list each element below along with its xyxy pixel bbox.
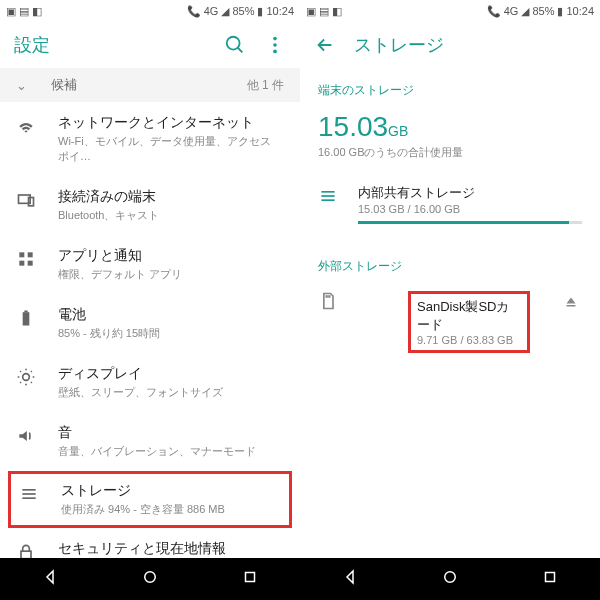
- status-bar: ▣▤◧ 📞4G◢ 85%▮ 10:24: [0, 0, 300, 22]
- storage-content: 端末のストレージ 15.03GB 16.00 GBのうちの合計使用量 内部共有ス…: [300, 68, 600, 558]
- nav-back[interactable]: [41, 568, 59, 590]
- svg-rect-27: [546, 573, 555, 582]
- svg-point-13: [23, 374, 30, 381]
- row-sd[interactable]: SanDisk製SDカード 9.71 GB / 63.83 GB: [300, 283, 600, 361]
- nav-back[interactable]: [341, 568, 359, 590]
- used-sub: 16.00 GBのうちの合計使用量: [300, 143, 600, 174]
- settings-list: ネットワークとインターネットWi-Fi、モバイル、データ使用量、アクセス ポイ……: [0, 102, 300, 558]
- apps-icon: [16, 249, 36, 269]
- section-device: 端末のストレージ: [300, 68, 600, 107]
- svg-point-26: [445, 572, 456, 583]
- svg-rect-7: [19, 252, 24, 257]
- used-total: 15.03GB: [300, 107, 600, 143]
- svg-rect-8: [28, 252, 33, 257]
- section-external: 外部ストレージ: [300, 244, 600, 283]
- battery-icon: [16, 308, 36, 328]
- internal-progress: [358, 221, 582, 224]
- settings-screen: ▣▤◧ 📞4G◢ 85%▮ 10:24 設定 ⌄ 候補 他 1 件 ネットワーク…: [0, 0, 300, 600]
- svg-rect-9: [19, 261, 24, 266]
- row-apps[interactable]: アプリと通知権限、デフォルト アプリ: [0, 235, 300, 294]
- nav-home[interactable]: [441, 568, 459, 590]
- brightness-icon: [16, 367, 36, 387]
- row-internal[interactable]: 内部共有ストレージ 15.03 GB / 16.00 GB: [300, 174, 600, 234]
- svg-point-3: [273, 43, 277, 47]
- svg-point-18: [145, 572, 156, 583]
- nav-bar: [0, 558, 300, 600]
- app-bar: ストレージ: [300, 22, 600, 68]
- row-display[interactable]: ディスプレイ壁紙、スリープ、フォントサイズ: [0, 353, 300, 412]
- storage-screen: ▣▤◧ 📞4G◢ 85%▮ 10:24 ストレージ 端末のストレージ 15.03…: [300, 0, 600, 600]
- row-security[interactable]: セキュリティと現在地情報: [0, 528, 300, 558]
- devices-icon: [16, 190, 36, 210]
- svg-rect-19: [246, 573, 255, 582]
- svg-point-0: [227, 37, 240, 50]
- page-title: ストレージ: [354, 33, 586, 57]
- svg-point-4: [273, 50, 277, 54]
- storage-icon: [318, 186, 338, 206]
- overflow-icon[interactable]: [264, 34, 286, 56]
- svg-rect-12: [24, 311, 27, 313]
- storage-icon: [19, 484, 39, 504]
- chevron-down-icon: ⌄: [16, 78, 27, 93]
- row-battery[interactable]: 電池85% - 残り約 15時間: [0, 294, 300, 353]
- svg-line-1: [238, 48, 243, 53]
- wifi-icon: [16, 116, 36, 136]
- row-connected[interactable]: 接続済みの端末Bluetooth、キャスト: [0, 176, 300, 235]
- app-bar: 設定: [0, 22, 300, 68]
- nav-bar: [300, 558, 600, 600]
- row-sound[interactable]: 音音量、バイブレーション、マナーモード: [0, 412, 300, 471]
- highlight-storage: ストレージ使用済み 94% - 空き容量 886 MB: [8, 471, 292, 528]
- row-storage[interactable]: ストレージ使用済み 94% - 空き容量 886 MB: [19, 482, 281, 517]
- volume-icon: [16, 426, 36, 446]
- svg-rect-17: [21, 551, 31, 558]
- svg-point-2: [273, 37, 277, 41]
- status-bar: ▣▤◧ 📞4G◢ 85%▮ 10:24: [300, 0, 600, 22]
- nav-recent[interactable]: [541, 568, 559, 590]
- highlight-sd: SanDisk製SDカード 9.71 GB / 63.83 GB: [408, 291, 530, 353]
- nav-home[interactable]: [141, 568, 159, 590]
- nav-recent[interactable]: [241, 568, 259, 590]
- svg-rect-10: [28, 261, 33, 266]
- page-title: 設定: [14, 33, 206, 57]
- lock-icon: [16, 542, 36, 558]
- sd-card-icon: [318, 291, 338, 315]
- svg-rect-11: [23, 312, 30, 325]
- eject-icon[interactable]: [562, 293, 582, 315]
- suggestion-bar[interactable]: ⌄ 候補 他 1 件: [0, 68, 300, 102]
- back-icon[interactable]: [314, 34, 336, 56]
- search-icon[interactable]: [224, 34, 246, 56]
- row-network[interactable]: ネットワークとインターネットWi-Fi、モバイル、データ使用量、アクセス ポイ…: [0, 102, 300, 176]
